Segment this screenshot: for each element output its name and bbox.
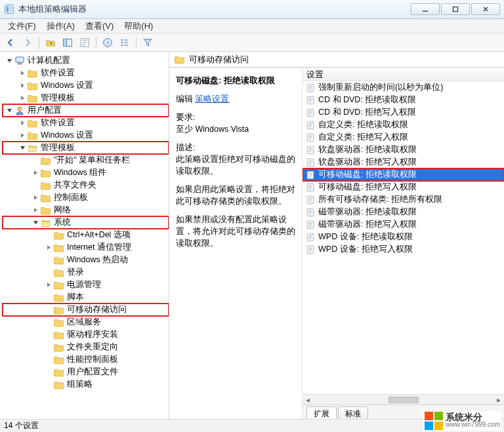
status-count: 14 个设置 xyxy=(4,420,39,431)
tree-power-mgmt[interactable]: 电源管理 xyxy=(3,279,169,291)
list-item-label: 所有可移动存储类: 拒绝所有权限 xyxy=(318,194,442,205)
tree-driver-install[interactable]: 驱动程序安装 xyxy=(3,328,169,341)
tree-user-profiles[interactable]: 用户配置文件 xyxy=(3,366,169,378)
description-text-1: 此策略设置拒绝对可移动磁盘的读取权限。 xyxy=(176,155,295,176)
close-button[interactable] xyxy=(471,3,500,15)
menu-help[interactable]: 帮助(H) xyxy=(119,19,158,33)
list-item[interactable]: 可移动磁盘: 拒绝读取权限 xyxy=(303,168,504,181)
list-view-button[interactable] xyxy=(117,35,133,50)
tree-label: 管理模板 xyxy=(41,92,75,104)
policy-icon xyxy=(305,145,316,155)
expand-icon[interactable] xyxy=(18,119,26,127)
tree-group-policy[interactable]: 组策略 xyxy=(3,378,169,391)
tree-label: 软件设置 xyxy=(41,117,75,129)
minimize-button[interactable] xyxy=(411,3,440,15)
tree-system[interactable]: 系统 xyxy=(3,216,169,229)
tree-perf-controlpanel[interactable]: 性能控制面板 xyxy=(3,353,169,366)
policy-icon xyxy=(305,108,316,118)
maximize-button[interactable] xyxy=(441,3,470,15)
show-tree-button[interactable] xyxy=(60,35,75,50)
tree-uc-software[interactable]: 软件设置 xyxy=(3,117,169,129)
list-item[interactable]: 自定义类: 拒绝写入权限 xyxy=(303,131,504,144)
tree-user-config[interactable]: 用户配置 xyxy=(3,104,169,117)
toolbar-sep xyxy=(39,37,39,49)
tree-logon[interactable]: 登录 xyxy=(3,266,169,279)
tree-regional-services[interactable]: 区域服务 xyxy=(3,316,169,328)
list-item[interactable]: 可移动磁盘: 拒绝写入权限 xyxy=(303,181,504,193)
folder-icon xyxy=(54,380,64,390)
list-item[interactable]: 软盘驱动器: 拒绝写入权限 xyxy=(303,156,504,168)
list-item[interactable]: 软盘驱动器: 拒绝读取权限 xyxy=(303,144,504,156)
tree-folder-redirection[interactable]: 文件夹重定向 xyxy=(3,341,169,353)
expand-icon[interactable] xyxy=(18,94,26,102)
watermark-logo-icon xyxy=(425,412,443,430)
list-item-label: 强制重新启动的时间(以秒为单位) xyxy=(318,82,443,93)
svg-rect-25 xyxy=(453,7,458,12)
edit-policy-link[interactable]: 策略设置 xyxy=(195,94,229,104)
list-item[interactable]: WPD 设备: 拒绝读取权限 xyxy=(303,231,504,243)
filter-button[interactable] xyxy=(140,35,156,50)
expand-icon[interactable] xyxy=(32,206,39,214)
list-item-label: 软盘驱动器: 拒绝读取权限 xyxy=(318,144,417,155)
tree-ctrl-alt-del[interactable]: Ctrl+Alt+Del 选项 xyxy=(3,229,169,241)
list-item[interactable]: 自定义类: 拒绝读取权限 xyxy=(303,119,504,131)
back-button[interactable] xyxy=(3,35,18,50)
list-item[interactable]: CD 和 DVD: 拒绝读取权限 xyxy=(303,94,504,106)
tree-network[interactable]: 网络 xyxy=(3,204,169,216)
tree-cc-admtemplates[interactable]: 管理模板 xyxy=(3,92,169,104)
expand-icon[interactable] xyxy=(18,69,26,77)
tree-scripts[interactable]: 脚本 xyxy=(3,291,169,304)
tree-removable-storage[interactable]: 可移动存储访问 xyxy=(3,304,169,316)
expand-icon[interactable] xyxy=(18,132,26,140)
expand-icon[interactable] xyxy=(32,219,39,227)
expand-icon[interactable] xyxy=(32,169,39,177)
menu-view[interactable]: 查看(V) xyxy=(80,19,119,33)
tree-uc-windows[interactable]: Windows 设置 xyxy=(3,129,169,142)
forward-button[interactable] xyxy=(20,35,35,50)
expand-icon[interactable] xyxy=(45,281,52,289)
tab-standard[interactable]: 标准 xyxy=(338,406,368,419)
scroll-thumb[interactable] xyxy=(388,397,419,403)
list-item-label: 软盘驱动器: 拒绝写入权限 xyxy=(318,157,417,168)
tree-windows-hotstart[interactable]: Windows 热启动 xyxy=(3,254,169,266)
tree-computer-config[interactable]: 计算机配置 xyxy=(3,54,169,67)
folder-icon xyxy=(41,155,51,166)
computer-icon xyxy=(14,56,25,66)
tree-win-components[interactable]: Windows 组件 xyxy=(3,167,169,179)
expand-icon[interactable] xyxy=(5,57,13,65)
list-item[interactable]: CD 和 DVD: 拒绝写入权限 xyxy=(303,106,504,119)
tree-cc-software[interactable]: 软件设置 xyxy=(3,67,169,79)
menu-action[interactable]: 操作(A) xyxy=(41,19,80,33)
tree-start-taskbar[interactable]: "开始" 菜单和任务栏 xyxy=(3,154,169,167)
policy-icon xyxy=(305,132,316,143)
tree-label: 管理模板 xyxy=(41,142,75,154)
scroll-left-icon[interactable]: ◂ xyxy=(303,395,313,404)
tree-internet-comm[interactable]: Internet 通信管理 xyxy=(3,241,169,254)
list-item[interactable]: 磁带驱动器: 拒绝写入权限 xyxy=(303,218,504,231)
menu-file[interactable]: 文件(F) xyxy=(3,19,41,33)
tree-shared-folders[interactable]: 共享文件夹 xyxy=(3,179,169,191)
nav-tree[interactable]: 计算机配置 软件设置 Windows 设置 管理模板 用户配置 xyxy=(0,52,169,419)
tree-cc-windows[interactable]: Windows 设置 xyxy=(3,79,169,92)
expand-icon[interactable] xyxy=(18,144,26,152)
policy-list[interactable]: 强制重新启动的时间(以秒为单位)CD 和 DVD: 拒绝读取权限CD 和 DVD… xyxy=(303,81,504,394)
expand-icon[interactable] xyxy=(32,194,39,202)
list-item[interactable]: 所有可移动存储类: 拒绝所有权限 xyxy=(303,193,504,206)
horizontal-scrollbar[interactable]: ◂ ▸ xyxy=(303,394,504,404)
up-one-level-button[interactable] xyxy=(43,35,58,50)
help-button[interactable] xyxy=(100,35,116,50)
tree-control-panel[interactable]: 控制面板 xyxy=(3,191,169,204)
list-item[interactable]: WPD 设备: 拒绝写入权限 xyxy=(303,243,504,256)
list-item-label: CD 和 DVD: 拒绝写入权限 xyxy=(318,107,416,118)
list-item[interactable]: 强制重新启动的时间(以秒为单位) xyxy=(303,81,504,94)
tree-uc-admtemplates[interactable]: 管理模板 xyxy=(3,142,169,154)
tab-extended[interactable]: 扩展 xyxy=(306,406,337,419)
list-item[interactable]: 磁带驱动器: 拒绝读取权限 xyxy=(303,206,504,218)
scroll-right-icon[interactable]: ▸ xyxy=(494,395,504,404)
expand-icon[interactable] xyxy=(18,82,26,90)
list-column-header[interactable]: 设置 xyxy=(303,68,504,81)
expand-icon[interactable] xyxy=(5,107,13,115)
folder-icon xyxy=(54,330,64,340)
properties-button[interactable] xyxy=(77,35,93,50)
expand-icon[interactable] xyxy=(45,244,52,252)
